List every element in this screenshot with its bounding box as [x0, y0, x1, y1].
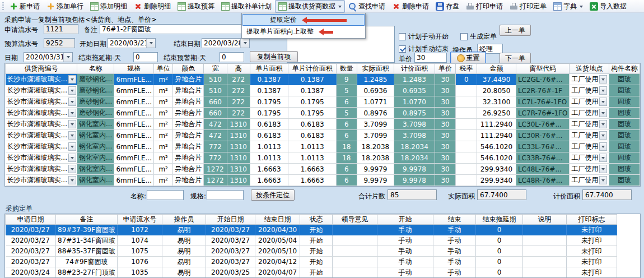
- column-header[interactable]: 备注: [56, 215, 118, 225]
- toolbar-button-delete-request[interactable]: 删除申请: [389, 0, 432, 13]
- toolbar-button-extract-supplier-data[interactable]: 提取供货商数据: [275, 0, 345, 13]
- menu-item-extract-pricing[interactable]: 提取定价: [242, 14, 365, 26]
- toolbar-button-delete-detail[interactable]: 删除明细: [130, 0, 174, 13]
- column-header[interactable]: 宽: [204, 64, 227, 74]
- filter-name-field[interactable]: [147, 190, 184, 200]
- column-header[interactable]: 结束: [433, 215, 476, 225]
- toolbar-button-print-request[interactable]: 打印申请: [463, 0, 506, 13]
- detail-row[interactable]: 长沙市潇湘玻璃实...磨砂钢化...6mmFLE...m²异地合片5102720…: [6, 85, 640, 96]
- chevron-down-icon[interactable]: [68, 109, 76, 117]
- order-row[interactable]: 2020/03/2787#31-34F窗固玻1074易明2020/03/2720…: [6, 235, 617, 246]
- detail-row[interactable]: 长沙市潇湘玻璃实...磨砂钢化...6mmFLE...m²异地合片6602720…: [6, 108, 640, 119]
- order-row[interactable]: 2020/03/2488#23-27F门顶玻1035易明2020/03/2520…: [6, 267, 617, 278]
- detail-row[interactable]: 长沙市潇湘玻璃实...钢化室内...6mmFLE...m²异地合片1272131…: [6, 164, 640, 175]
- chevron-down-icon[interactable]: [68, 165, 76, 173]
- column-header[interactable]: 状态: [300, 215, 333, 225]
- chevron-down-icon[interactable]: [240, 39, 249, 48]
- column-header[interactable]: 供货商编号: [6, 64, 77, 74]
- end-warn-field[interactable]: [220, 52, 244, 62]
- end-delay-field[interactable]: [133, 52, 158, 62]
- end-date-combo[interactable]: 2020/03/28: [202, 38, 250, 48]
- toolbar-button-dictionary[interactable]: 字典: [550, 0, 586, 13]
- chevron-down-icon[interactable]: [68, 154, 76, 162]
- column-header[interactable]: 单片计价面积: [288, 64, 337, 74]
- chevron-down-icon[interactable]: [599, 86, 607, 95]
- remark-field[interactable]: [100, 24, 248, 34]
- chevron-down-icon[interactable]: [599, 131, 607, 140]
- column-header[interactable]: 实际面积: [357, 64, 394, 74]
- order-row[interactable]: 2020/03/2789#37-39F窗固玻1072易明2020/03/2720…: [6, 225, 617, 235]
- column-header[interactable]: 名称: [77, 64, 114, 74]
- chevron-down-icon[interactable]: [63, 53, 72, 62]
- toolbar-button-print-order[interactable]: 打印定单: [506, 0, 550, 13]
- column-header[interactable]: 高: [227, 64, 250, 74]
- plan-manual-start-checkbox[interactable]: [399, 33, 406, 40]
- chevron-down-icon[interactable]: [599, 142, 607, 151]
- detail-row[interactable]: 长沙市潇湘玻璃实...磨砂钢化...6mmFLE...m²异地合片5102720…: [6, 74, 640, 85]
- column-header[interactable]: 结束拖延期: [476, 215, 523, 225]
- column-header[interactable]: 计价面积: [394, 64, 435, 74]
- detail-row[interactable]: 长沙市潇湘玻璃实...钢化室内...6mmFLE...m²异地合片7721310…: [6, 141, 640, 152]
- filter-spec-field[interactable]: [207, 190, 244, 200]
- column-header[interactable]: 打印标志: [567, 215, 617, 225]
- column-header[interactable]: 税率: [456, 64, 477, 74]
- start-date-combo[interactable]: 2020/03/21: [108, 38, 156, 48]
- column-header[interactable]: 颜色: [173, 64, 204, 74]
- chevron-down-icon[interactable]: [599, 75, 607, 84]
- column-header[interactable]: 申请日期: [6, 215, 56, 225]
- copy-current-button[interactable]: 复制当前项: [250, 51, 298, 62]
- toolbar-button-add-row[interactable]: 添加单行: [43, 0, 87, 13]
- locate-by-condition-button[interactable]: 按条件定位: [251, 189, 295, 201]
- chevron-down-icon[interactable]: [68, 98, 76, 106]
- column-header[interactable]: 结束日期: [255, 215, 300, 225]
- column-header[interactable]: 开始: [377, 215, 433, 225]
- chevron-down-icon[interactable]: [599, 109, 607, 117]
- chevron-down-icon[interactable]: [599, 165, 607, 173]
- column-header[interactable]: 规格: [114, 64, 154, 74]
- chevron-down-icon[interactable]: [68, 131, 76, 140]
- detail-row[interactable]: 长沙市潇湘玻璃实...钢化室内...6mmFLE...m²异地合片1272131…: [6, 175, 640, 186]
- order-row[interactable]: 2020/03/2788#35-37F窗固玻1075易明2020/03/2720…: [6, 246, 617, 257]
- date-combo[interactable]: 2020/03/31: [24, 52, 73, 62]
- chevron-down-icon[interactable]: [68, 120, 76, 128]
- chevron-down-icon[interactable]: [68, 75, 76, 84]
- next-order-button[interactable]: 下一单: [500, 53, 531, 64]
- column-header[interactable]: 送货地点: [570, 64, 609, 74]
- chevron-down-icon[interactable]: [599, 154, 607, 162]
- chevron-down-icon[interactable]: [599, 98, 607, 106]
- detail-row[interactable]: 长沙市潇湘玻璃实...钢化室内...6mmFLE...m²异地合片4721310…: [6, 119, 640, 130]
- generate-order-checkbox[interactable]: [460, 33, 468, 40]
- toolbar-button-extract-supplement-plan[interactable]: 提取补单计划: [218, 0, 275, 13]
- chevron-down-icon[interactable]: [146, 39, 155, 48]
- chevron-down-icon[interactable]: [68, 142, 76, 151]
- column-header[interactable]: 单片面积: [250, 64, 288, 74]
- detail-row[interactable]: 长沙市潇湘玻璃实...钢化室内...6mmFLE...m²异地合片4721310…: [6, 130, 640, 141]
- column-header[interactable]: 申请流水号: [118, 215, 162, 225]
- chevron-down-icon[interactable]: [68, 176, 76, 184]
- toolbar-button-extract-budget[interactable]: 提取预算: [174, 0, 218, 13]
- column-header[interactable]: 单价: [435, 64, 456, 74]
- prev-order-button[interactable]: 上一单: [500, 25, 531, 36]
- chevron-down-icon[interactable]: [599, 120, 607, 128]
- column-header[interactable]: 窗型代码: [516, 64, 570, 74]
- column-header[interactable]: 领导意见: [333, 215, 377, 225]
- chevron-down-icon[interactable]: [68, 86, 76, 95]
- menu-item-round-up-piece-area[interactable]: 提取单片面积向上取整: [242, 26, 365, 38]
- column-header[interactable]: 数量: [337, 64, 357, 74]
- column-header[interactable]: 构件名称: [609, 64, 640, 74]
- column-header[interactable]: 说明: [523, 215, 567, 225]
- detail-row[interactable]: 长沙市潇湘玻璃实...磨砂钢化...6mmFLE...m²异地合片6602720…: [6, 96, 640, 108]
- toolbar-button-import-data[interactable]: 导入数据: [586, 0, 630, 13]
- column-header[interactable]: 单位: [154, 64, 173, 74]
- toolbar-button-find-request[interactable]: 查找申请: [345, 0, 389, 13]
- toolbar-button-add-detail[interactable]: 添加明细: [87, 0, 130, 13]
- unit-price-field[interactable]: [414, 53, 447, 63]
- toolbar-grip[interactable]: [2, 2, 4, 11]
- column-header[interactable]: 开始日期: [206, 215, 255, 225]
- order-row[interactable]: 2020/03/2774#9F窗固玻1076易明2020/03/272020/0…: [6, 257, 617, 267]
- column-header[interactable]: 操作员: [162, 215, 206, 225]
- reset-button[interactable]: 重置: [450, 52, 486, 64]
- chevron-down-icon[interactable]: [599, 176, 607, 184]
- column-header[interactable]: 金额: [477, 64, 516, 74]
- toolbar-button-new-request[interactable]: 新申请: [6, 0, 43, 13]
